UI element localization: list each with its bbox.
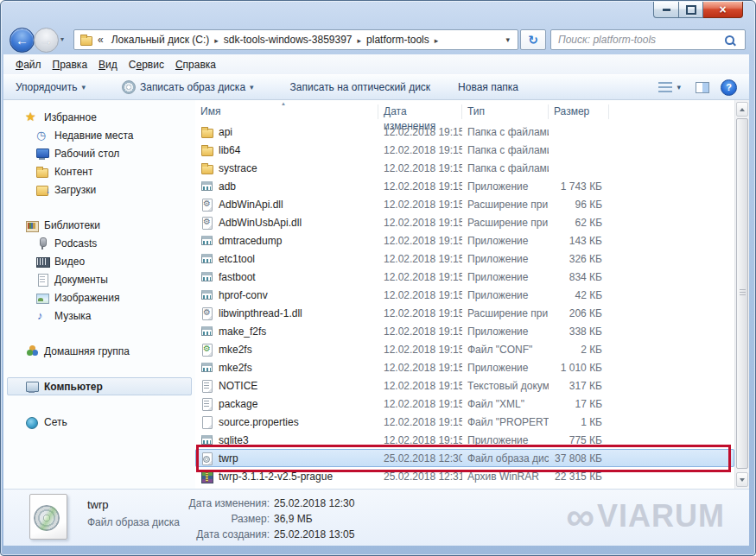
file-row[interactable]: AdbWinApi.dll12.02.2018 19:15Расширение … <box>195 195 734 213</box>
file-type: Файл "PROPERTIE... <box>462 416 549 428</box>
sidebar-item-label: Библиотеки <box>44 219 100 231</box>
search-icon[interactable] <box>725 35 734 45</box>
burn-optical-disc-button[interactable]: Записать на оптический диск <box>283 77 438 98</box>
file-row[interactable]: libwinpthread-1.dll12.02.2018 19:15Расши… <box>195 304 734 322</box>
sidebar-item-music[interactable]: Музыка <box>7 306 192 325</box>
sidebar-item-documents[interactable]: Документы <box>7 270 192 288</box>
file-size: 1 010 КБ <box>549 362 609 374</box>
breadcrumb-item[interactable]: platform-tools <box>362 34 434 46</box>
sidebar-item-favorites[interactable]: Избранное <box>7 108 192 126</box>
file-name-cell: AdbWinApi.dll <box>195 198 378 212</box>
file-name: adb <box>219 180 236 193</box>
app-icon <box>200 252 214 266</box>
sidebar-item-homegroup[interactable]: Домашняя группа <box>7 342 192 360</box>
menu-item-help[interactable]: Справка <box>175 59 216 71</box>
file-name-cell: libwinpthread-1.dll <box>195 306 378 320</box>
sidebar-item-pictures[interactable]: Изображения <box>7 288 192 306</box>
file-date: 12.02.2018 19:15 <box>378 180 462 193</box>
sidebar-item-downloads[interactable]: Загрузки <box>7 180 192 199</box>
sort-ascending-icon[interactable]: ▲ <box>281 101 286 106</box>
main-area: ИзбранноеНедавние местаРабочий столКонте… <box>3 100 749 489</box>
file-size: 42 КБ <box>549 289 609 301</box>
file-name-cell: lib64 <box>195 143 378 157</box>
breadcrumb-item[interactable]: sdk-tools-windows-3859397 <box>219 34 357 46</box>
file-row[interactable]: AdbWinUsbApi.dll12.02.2018 19:15Расширен… <box>195 213 734 231</box>
file-type: Файл "XML" <box>462 398 549 410</box>
sidebar-item-content[interactable]: Контент <box>7 162 192 180</box>
sidebar-item-network[interactable]: Сеть <box>7 413 192 431</box>
maximize-button[interactable] <box>679 2 703 18</box>
file-size: 1 743 КБ <box>549 180 609 193</box>
recent-pages-dropdown[interactable]: ▾ <box>60 35 64 43</box>
sidebar-item-video[interactable]: Видео <box>7 252 192 270</box>
file-row[interactable]: package12.02.2018 19:15Файл "XML"17 КБ <box>195 395 734 413</box>
address-bar[interactable]: « Локальный диск (C:)▸sdk-tools-windows-… <box>73 29 518 50</box>
scroll-up-arrow[interactable] <box>736 102 748 117</box>
scrollbar-thumb[interactable] <box>736 118 748 469</box>
sidebar-item-recent-places[interactable]: Недавние места <box>7 126 192 144</box>
file-name: libwinpthread-1.dll <box>219 307 302 319</box>
change-view-button[interactable]: ▾ <box>655 77 684 98</box>
sidebar-item-podcasts[interactable]: Podcasts <box>7 234 192 252</box>
new-folder-button[interactable]: Новая папка <box>451 77 525 98</box>
file-name-cell: api <box>195 125 378 139</box>
column-header-size[interactable]: Размер <box>549 104 609 119</box>
preview-pane-button[interactable] <box>692 77 713 98</box>
file-date: 12.02.2018 19:15 <box>378 344 462 356</box>
file-name: fastboot <box>219 271 256 283</box>
app-icon <box>200 270 214 284</box>
sidebar-section: Домашняя группа <box>3 342 195 360</box>
menu-item-file[interactable]: Файл <box>16 59 41 71</box>
file-name: AdbWinApi.dll <box>219 199 283 211</box>
sidebar-section: ИзбранноеНедавние местаРабочий столКонте… <box>3 108 195 199</box>
scroll-down-arrow[interactable] <box>736 472 748 487</box>
file-type: Приложение <box>462 271 549 283</box>
back-button[interactable]: ← <box>10 28 35 53</box>
search-input[interactable]: Поиск: platform-tools <box>550 29 746 50</box>
vertical-scrollbar[interactable] <box>734 100 749 489</box>
toolbar-right-group: ▾ ? <box>655 77 749 98</box>
column-header-date[interactable]: Дата изменения <box>378 104 462 119</box>
back-arrow-icon: ← <box>16 33 29 47</box>
minimize-button[interactable] <box>653 2 679 18</box>
file-row[interactable]: api12.02.2018 19:15Папка с файлами <box>195 123 734 141</box>
sidebar-item-desktop[interactable]: Рабочий стол <box>7 144 192 162</box>
address-dropdown-icon[interactable]: ▾ <box>505 35 510 44</box>
downloads-icon <box>35 183 49 197</box>
chevron-right-icon[interactable]: ▸ <box>213 36 219 45</box>
file-size: 62 КБ <box>549 217 609 229</box>
file-row[interactable]: make_f2fs12.02.2018 19:15Приложение338 К… <box>195 322 734 340</box>
menu-item-edit[interactable]: Правка <box>53 59 88 71</box>
file-row[interactable]: hprof-conv12.02.2018 19:15Приложение42 К… <box>195 286 734 304</box>
video-icon <box>35 255 49 269</box>
organize-button[interactable]: Упорядочить ▾ <box>9 77 92 98</box>
file-row[interactable]: adb12.02.2018 19:15Приложение1 743 КБ <box>195 177 734 195</box>
file-row[interactable]: dmtracedump12.02.2018 19:15Приложение143… <box>195 231 734 250</box>
menu-item-view[interactable]: Вид <box>98 59 118 71</box>
sidebar-item-computer[interactable]: Компьютер <box>7 377 192 395</box>
refresh-button[interactable]: ↻ <box>520 29 546 50</box>
file-row[interactable]: lib6412.02.2018 19:15Папка с файлами <box>195 141 734 159</box>
sidebar-item-label: Изображения <box>54 292 119 304</box>
forward-button[interactable]: → <box>34 28 59 53</box>
file-row[interactable]: etc1tool12.02.2018 19:15Приложение326 КБ <box>195 250 734 268</box>
file-type: Приложение <box>462 235 549 247</box>
close-button[interactable]: × <box>703 2 743 18</box>
sidebar-item-libraries[interactable]: Библиотеки <box>7 216 192 234</box>
column-header-type[interactable]: Тип <box>462 104 549 119</box>
burn-disc-image-button[interactable]: Записать образ диска ▾ <box>115 77 261 98</box>
column-header-name[interactable]: Имя <box>195 104 378 119</box>
file-row[interactable]: fastboot12.02.2018 19:15Приложение834 КБ <box>195 268 734 286</box>
breadcrumb-overflow[interactable]: « <box>98 34 104 46</box>
menu-item-tools[interactable]: Сервис <box>129 59 164 71</box>
file-row[interactable]: NOTICE12.02.2018 19:15Текстовый докум...… <box>195 376 734 395</box>
file-row[interactable]: systrace12.02.2018 19:15Папка с файлами <box>195 159 734 177</box>
help-button[interactable]: ? <box>721 79 737 96</box>
file-row[interactable]: source.properties12.02.2018 19:15Файл "P… <box>195 413 734 431</box>
chevron-right-icon[interactable]: ▸ <box>434 36 440 45</box>
breadcrumb-item[interactable]: Локальный диск (C:) <box>107 34 214 46</box>
file-row[interactable]: mke2fs12.02.2018 19:15Файл "CONF"2 КБ <box>195 340 734 358</box>
file-row[interactable]: mke2fs12.02.2018 19:15Приложение1 010 КБ <box>195 358 734 376</box>
file-date: 12.02.2018 19:15 <box>378 289 462 301</box>
file-date: 12.02.2018 19:15 <box>378 380 462 392</box>
